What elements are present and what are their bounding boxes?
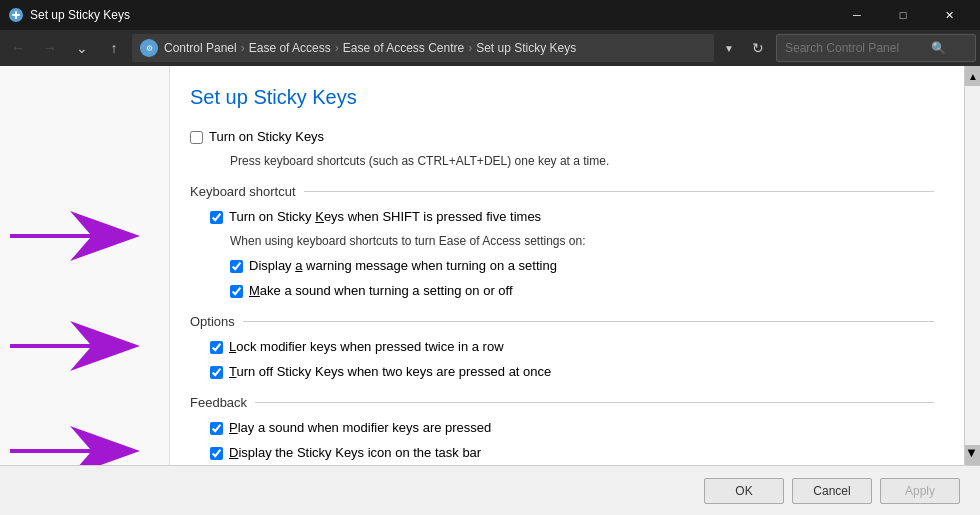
bottom-bar: OK Cancel Apply <box>0 465 980 515</box>
back-button[interactable]: ← <box>4 34 32 62</box>
arrow-1 <box>10 206 150 266</box>
svg-text:⚙: ⚙ <box>146 44 153 53</box>
info-text: Press keyboard shortcuts (such as CTRL+A… <box>190 154 934 168</box>
addressbar: ← → ⌄ ↑ ⚙ Control Panel › Ease of Access… <box>0 30 980 66</box>
close-button[interactable]: ✕ <box>926 0 972 30</box>
options-section: Lock modifier keys when pressed twice in… <box>190 339 934 379</box>
main-checkbox-row: Turn on Sticky Keys <box>190 129 934 144</box>
ok-button[interactable]: OK <box>704 478 784 504</box>
turn-on-sticky-keys-checkbox[interactable] <box>190 131 203 144</box>
breadcrumb-icon: ⚙ <box>140 39 158 57</box>
titlebar-controls: ─ □ ✕ <box>834 0 972 30</box>
display-warning-checkbox[interactable] <box>230 260 243 273</box>
breadcrumb-ease-of-access[interactable]: Ease of Access <box>249 41 331 55</box>
breadcrumb: ⚙ Control Panel › Ease of Access › Ease … <box>132 34 714 62</box>
make-sound-label[interactable]: Make a sound when turning a setting on o… <box>249 283 513 298</box>
play-sound-label[interactable]: Play a sound when modifier keys are pres… <box>229 420 491 435</box>
lock-modifier-label[interactable]: Lock modifier keys when pressed twice in… <box>229 339 504 354</box>
ease-of-access-info: When using keyboard shortcuts to turn Ea… <box>210 234 934 248</box>
cancel-button[interactable]: Cancel <box>792 478 872 504</box>
make-sound-row: Make a sound when turning a setting on o… <box>230 283 934 298</box>
turn-off-checkbox[interactable] <box>210 366 223 379</box>
ease-of-access-sub-options: Display a warning message when turning o… <box>210 258 934 298</box>
turn-off-row: Turn off Sticky Keys when two keys are p… <box>210 364 934 379</box>
turn-on-sticky-keys-label[interactable]: Turn on Sticky Keys <box>209 129 324 144</box>
breadcrumb-current: Set up Sticky Keys <box>476 41 576 55</box>
feedback-header: Feedback <box>190 395 934 410</box>
content-area: Set up Sticky Keys Turn on Sticky Keys P… <box>170 66 964 465</box>
left-panel <box>0 66 170 465</box>
display-icon-checkbox[interactable] <box>210 447 223 460</box>
sticky-keys-shift-checkbox[interactable] <box>210 211 223 224</box>
turn-off-label[interactable]: Turn off Sticky Keys when two keys are p… <box>229 364 551 379</box>
breadcrumb-ease-of-access-centre[interactable]: Ease of Access Centre <box>343 41 464 55</box>
search-icon: 🔍 <box>931 41 946 55</box>
breadcrumb-control-panel[interactable]: Control Panel <box>164 41 237 55</box>
maximize-button[interactable]: □ <box>880 0 926 30</box>
display-icon-row: Display the Sticky Keys icon on the task… <box>210 445 934 460</box>
svg-marker-5 <box>10 211 140 261</box>
titlebar-icon <box>8 7 24 23</box>
window-title: Set up Sticky Keys <box>30 8 834 22</box>
scrollbar-down-arrow[interactable]: ▼ <box>965 445 980 465</box>
lock-modifier-row: Lock modifier keys when pressed twice in… <box>210 339 934 354</box>
page-title: Set up Sticky Keys <box>190 86 934 109</box>
forward-button[interactable]: → <box>36 34 64 62</box>
svg-marker-7 <box>10 426 140 465</box>
recent-pages-button[interactable]: ⌄ <box>68 34 96 62</box>
svg-marker-6 <box>10 321 140 371</box>
arrow-2 <box>10 316 150 376</box>
display-warning-label[interactable]: Display a warning message when turning o… <box>249 258 557 273</box>
play-sound-row: Play a sound when modifier keys are pres… <box>210 420 934 435</box>
titlebar: Set up Sticky Keys ─ □ ✕ <box>0 0 980 30</box>
address-dropdown-button[interactable]: ▼ <box>718 34 740 62</box>
keyboard-shortcut-section: Turn on Sticky Keys when SHIFT is presse… <box>190 209 934 298</box>
search-box: 🔍 <box>776 34 976 62</box>
apply-button[interactable]: Apply <box>880 478 960 504</box>
display-warning-row: Display a warning message when turning o… <box>230 258 934 273</box>
make-sound-checkbox[interactable] <box>230 285 243 298</box>
sticky-keys-shift-label[interactable]: Turn on Sticky Keys when SHIFT is presse… <box>229 209 541 224</box>
options-header: Options <box>190 314 934 329</box>
lock-modifier-checkbox[interactable] <box>210 341 223 354</box>
display-icon-label[interactable]: Display the Sticky Keys icon on the task… <box>229 445 481 460</box>
search-input[interactable] <box>785 41 925 55</box>
arrow-3 <box>10 421 150 465</box>
sticky-keys-shift-row: Turn on Sticky Keys when SHIFT is presse… <box>210 209 934 224</box>
scrollbar-up-arrow[interactable]: ▲ <box>965 66 980 86</box>
scrollbar[interactable]: ▼ ▲ <box>964 66 980 465</box>
svg-rect-2 <box>15 11 17 19</box>
main-area: Set up Sticky Keys Turn on Sticky Keys P… <box>0 66 980 465</box>
up-button[interactable]: ↑ <box>100 34 128 62</box>
minimize-button[interactable]: ─ <box>834 0 880 30</box>
refresh-button[interactable]: ↻ <box>744 34 772 62</box>
feedback-section: Play a sound when modifier keys are pres… <box>190 420 934 460</box>
play-sound-checkbox[interactable] <box>210 422 223 435</box>
keyboard-shortcut-header: Keyboard shortcut <box>190 184 934 199</box>
